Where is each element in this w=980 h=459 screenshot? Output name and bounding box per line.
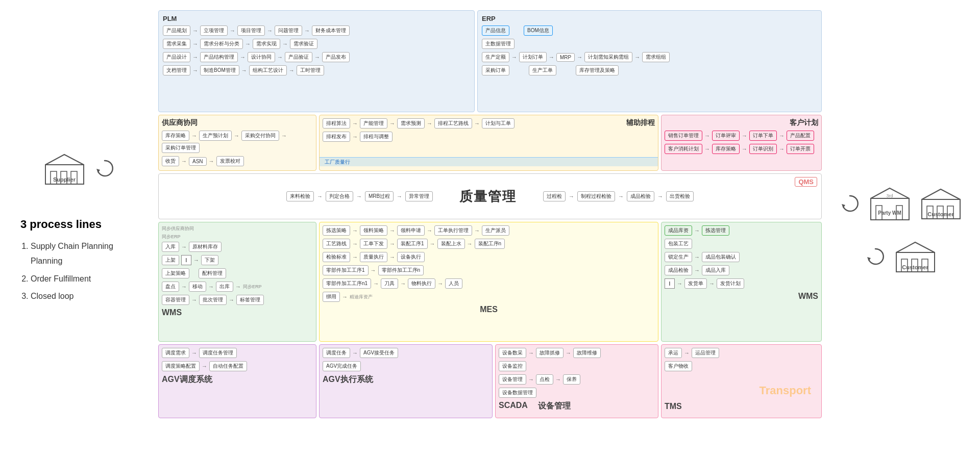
barcode-icon: I — [181, 255, 191, 265]
mes-node-4: 工单执行管理 — [434, 225, 472, 236]
wms-node-9: 出库 — [216, 282, 233, 292]
wms-node-2: 原材料库存 — [189, 242, 222, 252]
plm-node-4: 问题管理 — [275, 26, 302, 36]
wms-row5: 容器管理 → 批次管理 → 标签管理 — [162, 295, 313, 305]
quality-flow: 来料检验 → 判定合格 → MRB过程 → 异常管理 质量管理 过程检 → 制程… — [286, 188, 694, 206]
mes-row4: 零部件加工工序1 → 零部件加工工序n — [323, 265, 655, 275]
supplier-row2: 收货 → ASN → 发票校对 — [162, 156, 313, 166]
wms-node-10: 容器管理 — [162, 295, 189, 305]
sched-row1: 排程算法 → 产能管理 → 需求预测 → 排程工艺路线 → 计划与工单 — [323, 118, 514, 129]
scada-row2: 设备监控 — [499, 361, 655, 371]
wms-node-11: 批次管理 — [199, 295, 227, 305]
mes-node-12: 质量执行 — [360, 252, 387, 262]
erp-row3: 生产定额 → 计划订单 → MRP → 计划需知采购需组 → 需求组组 — [482, 52, 817, 62]
scada-row3: 设备管理 → 点检 → 保养 — [499, 374, 655, 385]
wms-left-section: 同步供应商协同 同步ERP 入库 → 原材料库存 上架 I → 下架 上架策略 … — [158, 222, 316, 342]
wms-node-1: 入库 — [162, 242, 179, 252]
mes-node-6: 工艺路线 — [323, 239, 350, 249]
customer2-loop-icon — [865, 246, 886, 269]
sched-node-4: 排程工艺路线 — [434, 118, 472, 129]
third-party-block: 3rd Party WM Customer — [839, 184, 963, 224]
q-node-finished: 成品检验 — [627, 191, 654, 201]
wms-sync-erp2: 同步ERP — [162, 234, 194, 240]
mes-section: 拣选策略 → 领料策略 → 领料申请 → 工单执行管理 → 生产派员 工艺路线 … — [319, 222, 658, 342]
tms-label: TMS — [665, 402, 818, 411]
mes-node-18: 物料执行 — [408, 278, 435, 289]
process-item-1: Supply Chain Planning Planning — [31, 239, 148, 269]
quality-section: QMS 来料检验 → 判定合格 → MRB过程 → 异常管理 质量管理 过程检 … — [158, 173, 822, 219]
plm-node-16: 制造BOM管理 — [200, 65, 239, 75]
svg-marker-1 — [45, 155, 84, 165]
mes-row6: 绑用 → 精迪库资产 — [323, 292, 655, 302]
wms-row3: 上架策略 配料管理 — [162, 268, 313, 278]
cp-node-3: 订单下单 — [749, 131, 777, 141]
wms-r-node-8: 发货单 — [684, 278, 707, 289]
process-title: 3 process lines — [20, 218, 148, 231]
process-item-3: Closed loop — [31, 289, 148, 304]
wms-right-row4: 成品检验 → 成品入库 — [665, 265, 818, 275]
plm-node-15: 文档管理 — [163, 65, 190, 75]
cp-node-7: 订单识别 — [749, 144, 777, 154]
mes-node-3: 领料申请 — [397, 225, 425, 236]
wms-node-6: 配料管理 — [199, 268, 226, 278]
mes-node-5: 生产派员 — [482, 225, 509, 236]
erp-node-3: 主数据管理 — [482, 39, 514, 49]
scada-labels: SCADA 设备管理 — [499, 401, 655, 412]
cp-node-6: 库存策略 — [712, 144, 740, 154]
scada-node-2: 故障抓修 — [536, 348, 564, 358]
mes-row3: 检验标准 → 质量执行 → 设备执行 — [323, 252, 655, 262]
svg-text:3rd: 3rd — [886, 193, 893, 198]
sc-node-2: 生产预计划 — [199, 131, 232, 141]
customer2-factory-icon: Customer — [894, 240, 937, 275]
svg-text:Party WM: Party WM — [878, 210, 901, 216]
plm-row3: 产品设计 → 产品结构管理 → 设计协同 → 产品验证 → 产品发布 — [163, 52, 470, 62]
sc-node-5: 收货 — [162, 156, 179, 166]
mes-node-8: 装配工序1 — [397, 239, 428, 249]
q-node-anomaly: 异常管理 — [405, 191, 433, 201]
agv-left-row1: 调度需求 → 调度任务管理 — [162, 348, 313, 358]
quality-title: 质量管理 — [459, 188, 517, 206]
sc-node-4: 采购订单管理 — [162, 143, 200, 153]
wms-right-section: 成品库资 → 拣选管理 包装工艺 锁定生产 → 成品包装确认 成品检验 → 成品… — [661, 222, 822, 342]
scada-node-4: 设备监控 — [499, 361, 526, 371]
process-item-2: Order Fulfillment — [31, 272, 148, 287]
mes-node-17: 刀具 — [381, 278, 398, 289]
agv-m-node-1: 调度任务 — [323, 348, 350, 358]
svg-marker-15 — [922, 189, 960, 199]
plm-node-11: 产品结构管理 — [200, 52, 238, 62]
agv-left-label: AGV调度系统 — [162, 374, 313, 385]
sc-node-6: ASN — [189, 157, 207, 166]
supplier-coop-section: 供应商协同 库存策略 → 生产预计划 → 采购交付协同 → 采购订单管理 收货 … — [158, 115, 316, 171]
erp-node-10: 生产工单 — [529, 65, 556, 75]
mes-row5: 零部件加工工序n1 → 刀具 → 物料执行 → 人员 — [323, 278, 655, 289]
wms-left-label: WMS — [162, 308, 313, 317]
tms-node-3: 客户物收 — [665, 361, 692, 371]
agv-m-node-3: AGV完成任务 — [323, 361, 361, 371]
industry-line: 工厂质量行 — [320, 157, 658, 166]
plm-node-17: 组构工艺设计 — [249, 65, 287, 75]
plm-row2: 需求采集 → 需求分析与分类 → 需求实现 → 需求验证 — [163, 39, 470, 49]
supplier-loop-icon — [94, 158, 115, 181]
agv-mid-label: AGV执行系统 — [323, 374, 489, 385]
supplier-area: Supplier — [43, 152, 115, 187]
tms-section: 承运 → 运品管理 客户物收 Transport TMS — [661, 344, 822, 418]
erp-node-7: 计划需知采购需组 — [584, 52, 632, 62]
cp-row1: 销售订单管理 → 订单评审 → 订单下单 → 产品配置 — [665, 131, 818, 141]
agv-l-node-4: 自动任务配置 — [209, 361, 247, 371]
sched-node-3: 需求预测 — [397, 118, 425, 129]
agv-mid-section: 调度任务 → AGV接受任务 AGV完成任务 AGV执行系统 — [319, 344, 493, 418]
mes-node-15: 零部件加工工序n — [378, 265, 424, 275]
q-node-mrb: 来料检验 — [286, 191, 314, 201]
cp-node-2: 订单评审 — [712, 131, 740, 141]
mes-node-20: 绑用 — [323, 292, 340, 302]
mes-node-1: 拣选策略 — [323, 225, 350, 236]
plm-node-7: 需求分析与分类 — [200, 39, 243, 49]
customer-plan-section: 客户计划 销售订单管理 → 订单评审 → 订单下单 → 产品配置 客户消耗计划 … — [661, 115, 822, 171]
agv-m-node-2: AGV接受任务 — [360, 348, 398, 358]
mes-node-14: 零部件加工工序1 — [323, 265, 369, 275]
wms-sync-erp3: 同步ERP — [243, 284, 262, 290]
wms-right-label: WMS — [665, 292, 818, 301]
scheduling-section: 排程算法 → 产能管理 → 需求预测 → 排程工艺路线 → 计划与工单 排程发布… — [319, 115, 658, 171]
cp-node-4: 产品配置 — [787, 131, 814, 141]
plm-node-8: 需求实现 — [253, 39, 280, 49]
